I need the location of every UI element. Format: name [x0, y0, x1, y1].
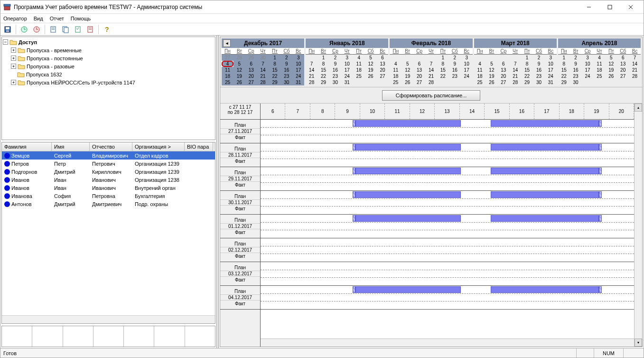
calendar-day[interactable]: 15	[269, 67, 281, 73]
calendar-day[interactable]: 9	[280, 61, 292, 67]
calendar-prev-icon[interactable]: ◂	[223, 39, 231, 47]
calendar-day[interactable]: 14	[629, 61, 641, 67]
plan-bar[interactable]	[491, 191, 599, 198]
calendar-day[interactable]: 27	[497, 79, 509, 85]
calendar-day[interactable]: 4	[474, 61, 486, 67]
expand-icon[interactable]: +	[11, 64, 16, 69]
calendar-day[interactable]: 25	[593, 73, 605, 79]
calendar-day[interactable]: 1	[437, 55, 449, 61]
calendar-day[interactable]: 30	[570, 79, 582, 85]
schedule-grid[interactable]: с 27 11 17 по 28 12 17 План27.11.2017Фак…	[220, 104, 642, 347]
clock-red-icon[interactable]	[31, 24, 42, 35]
calendar-day[interactable]: 4	[390, 61, 401, 67]
plan-bar[interactable]	[355, 191, 461, 198]
calendar-day[interactable]: 10	[582, 61, 594, 67]
menu-operator[interactable]: Оператор	[3, 16, 27, 21]
calendar-month[interactable]: Март 2018ПнВтСрЧтПтСбВс12345678910111213…	[474, 38, 557, 85]
schedule-row[interactable]	[261, 215, 634, 238]
table-row[interactable]: ИвановИванИвановичОрганизация 1238	[2, 176, 215, 184]
calendar-day[interactable]: 19	[485, 73, 497, 79]
checklist-icon[interactable]	[73, 24, 83, 35]
calendar-day[interactable]: 14	[425, 67, 437, 73]
calendar-day[interactable]: 26	[485, 79, 497, 85]
plan-bar[interactable]	[355, 215, 461, 222]
report-icon[interactable]	[48, 24, 58, 35]
menu-help[interactable]: Помощь	[71, 16, 91, 21]
plan-bar[interactable]	[491, 286, 599, 293]
plan-bar[interactable]	[355, 286, 461, 293]
calendar-day[interactable]: 1	[269, 55, 281, 61]
table-row[interactable]: ИвановаСофияПетровнаБухгалтерия	[2, 192, 215, 200]
table-row[interactable]: ЗемцовСергейВладимировичОтдел кадров	[2, 151, 215, 160]
column-header[interactable]: BIO пара	[185, 142, 213, 151]
calendar-day[interactable]: 9	[533, 61, 545, 67]
calendar-day[interactable]: 17	[582, 67, 594, 73]
calendar-day[interactable]: 2	[533, 55, 545, 61]
calendar-day[interactable]: 7	[629, 55, 641, 61]
calendar-month[interactable]: Апрель 2018ПнВтСрЧтПтСбВс123456789101112…	[558, 38, 641, 85]
tree-item[interactable]: Пропуска - постоянные	[27, 56, 83, 61]
calendar-day[interactable]: 13	[617, 61, 629, 67]
calendar-day[interactable]: 9	[570, 61, 582, 67]
collapse-icon[interactable]: −	[3, 39, 8, 45]
column-header[interactable]: Отчество	[90, 142, 132, 151]
calendar-day[interactable]: 24	[341, 73, 353, 79]
calendar-day[interactable]: 4	[593, 55, 605, 61]
calendar-month[interactable]: Февраль 2018ПнВтСрЧтПтСбВс12345678910111…	[390, 38, 472, 85]
menu-view[interactable]: Вид	[34, 16, 43, 21]
calendar-day[interactable]: 28	[306, 79, 317, 85]
calendar-day[interactable]: 10	[545, 61, 557, 67]
calendar-month[interactable]: Январь 2018ПнВтСрЧтПтСбВс123456789101112…	[306, 38, 388, 85]
calendar-day[interactable]: 31	[292, 79, 304, 85]
calendar-day[interactable]: 1	[521, 55, 533, 61]
calendar-day[interactable]: 21	[306, 73, 317, 79]
calendar-day[interactable]: 28	[629, 73, 641, 79]
calendar-day[interactable]: 3	[341, 55, 353, 61]
calendar-day[interactable]: 21	[257, 73, 269, 79]
calendar-day[interactable]: 24	[461, 73, 473, 79]
calendar-day[interactable]: 14	[509, 67, 521, 73]
calendar-day[interactable]: 17	[545, 67, 557, 73]
help-icon[interactable]: ?	[102, 24, 112, 35]
calendar-day[interactable]: 13	[245, 67, 257, 73]
schedule-row[interactable]	[261, 191, 634, 215]
schedule-row[interactable]	[261, 238, 634, 262]
plan-bar[interactable]	[491, 215, 599, 222]
calendar-day[interactable]: 21	[509, 73, 521, 79]
calendar-day[interactable]: 13	[413, 67, 425, 73]
calendar-day[interactable]: 20	[413, 73, 425, 79]
calendar-day[interactable]: 6	[413, 61, 425, 67]
calendar-day[interactable]: 7	[257, 61, 269, 67]
calendar-day[interactable]: 5	[365, 55, 377, 61]
calendar-day[interactable]: 20	[497, 73, 509, 79]
plan-bar[interactable]	[491, 168, 599, 174]
menu-report[interactable]: Отчет	[50, 16, 64, 21]
calendar-day[interactable]: 11	[390, 67, 401, 73]
table-row[interactable]: ИвановИванИвановичВнутрений орган	[2, 184, 215, 192]
calendar-day[interactable]: 10	[461, 61, 473, 67]
report2-icon[interactable]	[60, 24, 71, 35]
calendar-day[interactable]: 21	[425, 73, 437, 79]
scroll-down-icon[interactable]: ▾	[635, 339, 642, 347]
calendar-day[interactable]: 1	[558, 55, 570, 61]
calendar-day[interactable]: 29	[521, 79, 533, 85]
plan-bar[interactable]	[491, 144, 599, 151]
calendar-day[interactable]: 13	[377, 61, 389, 67]
calendar-day[interactable]: 7	[425, 61, 437, 67]
close-button[interactable]	[621, 2, 641, 12]
table-row[interactable]: ПодгорновДмитрийКирилловичОрганизация 12…	[2, 168, 215, 176]
redlist-icon[interactable]	[85, 24, 95, 35]
schedule-row[interactable]	[261, 120, 634, 143]
calendar-day[interactable]: 22	[558, 73, 570, 79]
plan-bar[interactable]	[355, 168, 461, 174]
calendar-day[interactable]: 28	[257, 79, 269, 85]
calendar-day[interactable]: 21	[629, 67, 641, 73]
calendar-day[interactable]: 12	[401, 67, 413, 73]
h-scrollbar[interactable]	[2, 315, 215, 323]
calendar-day[interactable]: 15	[558, 67, 570, 73]
calendar-day[interactable]: 7	[509, 61, 521, 67]
calendar-day[interactable]: 24	[582, 73, 594, 79]
save-icon[interactable]	[2, 24, 13, 35]
calendar-day[interactable]: 19	[605, 67, 617, 73]
calendar-day[interactable]: 15	[437, 67, 449, 73]
